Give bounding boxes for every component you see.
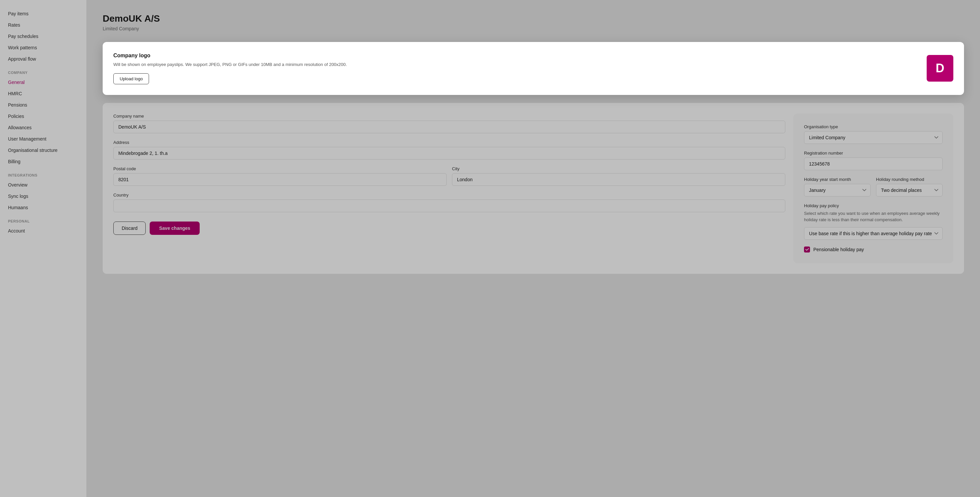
logo-text-block: Company logo Will be shown on employee p… — [113, 52, 919, 84]
sidebar-item-work-patterns[interactable]: Work patterns — [0, 42, 86, 53]
company-name-label: Company name — [113, 114, 785, 119]
address-label: Address — [113, 140, 785, 145]
pensionable-holiday-pay-label: Pensionable holiday pay — [813, 247, 864, 252]
sidebar-section-label-integrations: Integrations — [0, 167, 86, 179]
sidebar-item-organisational-structure[interactable]: Organisational structure — [0, 144, 86, 156]
page-subtitle: Limited Company — [103, 26, 964, 31]
city-input[interactable] — [452, 173, 785, 186]
holiday-pay-policy-label: Holiday pay policy — [804, 203, 943, 208]
postal-code-input[interactable] — [113, 173, 447, 186]
country-group: Country — [113, 192, 785, 212]
logo-card-description: Will be shown on employee payslips. We s… — [113, 61, 919, 68]
holiday-year-select[interactable]: JanuaryFebruaryMarchAprilMayJuneJulyAugu… — [804, 184, 871, 197]
logo-card: Company logo Will be shown on employee p… — [103, 42, 964, 95]
org-type-label: Organisation type — [804, 124, 943, 129]
sidebar-item-overview[interactable]: Overview — [0, 179, 86, 191]
sidebar-section-label-personal: Personal — [0, 213, 86, 225]
org-type-select[interactable]: Limited CompanySole TraderPartnershipOth… — [804, 131, 943, 144]
save-button[interactable]: Save changes — [150, 222, 199, 235]
holiday-pay-policy-select[interactable]: Use base rate if this is higher than ave… — [804, 227, 943, 240]
main-form-card: Company name Address Postal code City — [103, 103, 964, 274]
city-label: City — [452, 166, 785, 171]
sidebar-item-pay-items[interactable]: Pay items — [0, 8, 86, 19]
pensionable-holiday-pay-row[interactable]: Pensionable holiday pay — [804, 246, 943, 252]
sidebar-section-integrations: Integrations OverviewSync logsHumaans — [0, 167, 86, 213]
company-name-group: Company name — [113, 114, 785, 133]
sidebar-item-rates[interactable]: Rates — [0, 19, 86, 31]
company-name-input[interactable] — [113, 121, 785, 133]
sidebar: Pay itemsRatesPay schedulesWork patterns… — [0, 0, 87, 497]
left-panel: Company name Address Postal code City — [113, 114, 785, 235]
address-input[interactable] — [113, 147, 785, 160]
sidebar-item-approval-flow[interactable]: Approval flow — [0, 53, 86, 65]
main-content: DemoUK A/S Limited Company Company logo … — [87, 0, 980, 497]
reg-number-group: Registration number — [804, 151, 943, 170]
holiday-pay-policy-group: Holiday pay policy Select which rate you… — [804, 203, 943, 240]
sidebar-section-personal: Personal Account — [0, 213, 86, 237]
holiday-rounding-select[interactable]: Two decimal placesOne decimal placeNeare… — [876, 184, 943, 197]
discard-button[interactable]: Discard — [113, 222, 146, 235]
sidebar-item-general[interactable]: General — [0, 76, 86, 88]
sidebar-section-company: Company GeneralHMRCPensionsPoliciesAllow… — [0, 65, 86, 167]
country-label: Country — [113, 192, 785, 197]
sidebar-item-account[interactable]: Account — [0, 225, 86, 237]
reg-number-input[interactable] — [804, 157, 943, 170]
postal-code-label: Postal code — [113, 166, 447, 171]
city-group: City — [452, 166, 785, 186]
postal-code-group: Postal code — [113, 166, 447, 186]
logo-card-title: Company logo — [113, 52, 919, 59]
sidebar-item-pay-schedules[interactable]: Pay schedules — [0, 31, 86, 42]
company-logo-avatar: D — [927, 55, 953, 82]
page-title: DemoUK A/S — [103, 13, 964, 24]
sidebar-item-allowances[interactable]: Allowances — [0, 122, 86, 133]
upload-logo-button[interactable]: Upload logo — [113, 73, 149, 84]
sidebar-item-sync-logs[interactable]: Sync logs — [0, 191, 86, 202]
address-group: Address — [113, 140, 785, 160]
action-bar: Discard Save changes — [113, 222, 785, 235]
holiday-year-group: Holiday year start month JanuaryFebruary… — [804, 177, 871, 197]
holiday-rounding-group: Holiday rounding method Two decimal plac… — [876, 177, 943, 197]
sidebar-item-humaans[interactable]: Humaans — [0, 202, 86, 213]
sidebar-item-user-management[interactable]: User Management — [0, 133, 86, 144]
holiday-rounding-label: Holiday rounding method — [876, 177, 943, 182]
sidebar-item-hmrc[interactable]: HMRC — [0, 88, 86, 99]
holiday-year-label: Holiday year start month — [804, 177, 871, 182]
holiday-pay-policy-description: Select which rate you want to use when a… — [804, 210, 943, 223]
country-input[interactable] — [113, 200, 785, 212]
sidebar-item-pensions[interactable]: Pensions — [0, 99, 86, 111]
org-type-group: Organisation type Limited CompanySole Tr… — [804, 124, 943, 144]
sidebar-item-policies[interactable]: Policies — [0, 111, 86, 122]
right-panel: Organisation type Limited CompanySole Tr… — [793, 114, 953, 263]
pensionable-holiday-pay-checkbox[interactable] — [804, 246, 810, 252]
reg-number-label: Registration number — [804, 151, 943, 156]
sidebar-section-label-company: Company — [0, 65, 86, 76]
sidebar-item-billing[interactable]: Billing — [0, 156, 86, 167]
